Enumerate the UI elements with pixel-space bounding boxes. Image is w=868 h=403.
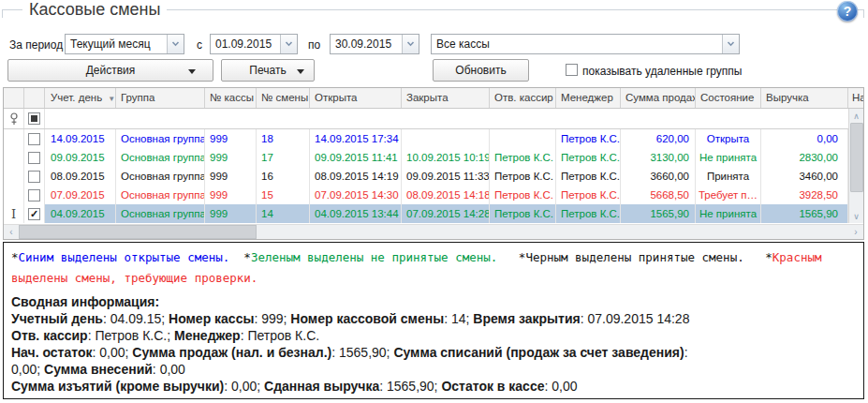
- summary-info: Сводная информация:Учетный день: 04.09.1…: [11, 293, 856, 395]
- scroll-down-icon[interactable]: ∨: [849, 209, 863, 223]
- row-indicator: [4, 186, 24, 204]
- table-header-row: Учет. день▼ Группа № кассы № смены Откры…: [4, 88, 863, 109]
- legend-line: *Синим выделены открытые смены. *Зеленым…: [11, 247, 856, 268]
- cell: Петров К.С.: [490, 186, 556, 204]
- cell: Петров К.С.: [556, 167, 621, 186]
- page-title: Кассовые смены: [22, 0, 167, 20]
- cell: Петров К.С.: [556, 148, 621, 167]
- vertical-scrollbar-thumb[interactable]: [850, 123, 863, 192]
- chevron-down-icon[interactable]: [280, 35, 297, 53]
- cell: Петров К.С.: [490, 204, 556, 223]
- table-row[interactable]: I04.09.2015Основная группа9991404.09.201…: [4, 204, 848, 223]
- actions-button[interactable]: Действия: [7, 59, 213, 82]
- cell: Основная группа: [116, 148, 205, 167]
- cell: Открыта: [696, 129, 761, 148]
- table-row[interactable]: 09.09.2015Основная группа9991709.09.2015…: [4, 148, 848, 167]
- period-label: За период: [9, 38, 63, 52]
- legend-segment: *: [229, 250, 251, 264]
- cell: 10.09.2015 10:19: [402, 148, 490, 167]
- cell: 07.09.2015: [45, 186, 116, 204]
- column-header-gruppa[interactable]: Группа: [116, 88, 205, 108]
- date-to-input[interactable]: 30.09.2015: [330, 34, 419, 54]
- vertical-scrollbar[interactable]: ∧ ∨: [848, 109, 863, 223]
- column-header-otv-kassir[interactable]: Отв. кассир: [490, 88, 556, 108]
- column-header-sostoyanie[interactable]: Состояние: [696, 88, 761, 108]
- column-header-uchet-den[interactable]: Учет. день▼: [45, 88, 116, 108]
- help-icon[interactable]: ?: [837, 1, 858, 22]
- legend-segment: Синим выделены открытые смены.: [19, 250, 230, 264]
- summary-segment: :: [684, 345, 688, 360]
- caret-down-icon: [297, 69, 304, 74]
- column-header-nach-ostatok[interactable]: Нач.: [848, 88, 863, 108]
- column-header-menedzher[interactable]: Менеджер: [556, 88, 621, 108]
- grid-rows: 14.09.2015Основная группа9991814.09.2015…: [4, 129, 863, 223]
- table-filter-row: [4, 109, 848, 129]
- row-checkbox[interactable]: [28, 189, 40, 202]
- header-checkbox-cell: [24, 88, 45, 108]
- scroll-left-icon[interactable]: ‹: [4, 227, 19, 237]
- summary-segment: : 0,00: [544, 379, 577, 394]
- filter-row-empty[interactable]: [45, 109, 848, 128]
- chevron-down-icon[interactable]: [402, 35, 419, 53]
- horizontal-scrollbar-thumb[interactable]: [19, 225, 257, 239]
- print-button[interactable]: Печать: [221, 59, 315, 82]
- legend-segment: *: [744, 250, 772, 264]
- cell: Петров К.С.: [490, 148, 556, 167]
- table-row[interactable]: 07.09.2015Основная группа9991507.09.2015…: [4, 186, 848, 204]
- column-header-summa-prodazh[interactable]: Сумма продаж: [621, 88, 696, 108]
- column-header-no-smeny[interactable]: № смены: [257, 88, 310, 108]
- legend-segment: Черным выделены принятые смены.: [525, 250, 743, 264]
- chevron-down-icon[interactable]: [167, 35, 184, 53]
- date-to-value: 30.09.2015: [331, 35, 402, 53]
- show-deleted-checkbox[interactable]: [566, 64, 578, 76]
- horizontal-scrollbar[interactable]: ‹ ›: [4, 224, 863, 239]
- date-from-input[interactable]: 01.09.2015: [210, 34, 298, 54]
- column-header-vyruchka[interactable]: Выручка: [761, 88, 848, 108]
- cell: Петров К.С.: [556, 186, 621, 204]
- row-indicator: I: [4, 204, 24, 223]
- cell: 999: [205, 167, 257, 186]
- summary-segment: Номер кассовой смены: [290, 311, 444, 326]
- summary-segment: : Петров К.С.;: [88, 328, 174, 343]
- cell: 1565,90: [761, 204, 848, 223]
- summary-line: Сводная информация:: [11, 293, 856, 310]
- summary-line: Учетный день: 04.09.15; Номер кассы: 999…: [11, 310, 856, 327]
- summary-segment: Сводная информация:: [11, 294, 159, 309]
- cell: Петров К.С.: [556, 204, 621, 223]
- summary-segment: Сумма изъятий (кроме выручки): [11, 379, 224, 394]
- cell: 3928,50: [761, 186, 848, 204]
- summary-segment: : 0,00;: [224, 379, 264, 394]
- shifts-table: Учет. день▼ Группа № кассы № смены Откры…: [3, 87, 864, 240]
- summary-line: Отв. кассир: Петров К.С.; Менеджер: Петр…: [11, 327, 856, 344]
- table-row[interactable]: 14.09.2015Основная группа9991814.09.2015…: [4, 129, 848, 148]
- cell: 2830,00: [761, 148, 848, 167]
- cell: Не принята: [696, 204, 761, 223]
- sort-desc-icon: ▼: [108, 95, 115, 103]
- period-select-value: Текущий месяц: [66, 35, 167, 53]
- summary-segment: Сумма списаний (продаж за счет заведения…: [393, 345, 684, 360]
- cashdesk-select[interactable]: Все кассы: [431, 34, 740, 54]
- info-box: *Синим выделены открытые смены. *Зеленым…: [3, 242, 864, 399]
- scroll-up-icon[interactable]: ∧: [849, 109, 863, 123]
- column-header-zakryta[interactable]: Закрыта: [402, 88, 490, 108]
- row-checkbox[interactable]: [28, 171, 40, 183]
- scroll-right-icon[interactable]: ›: [848, 227, 863, 237]
- column-header-otkryta[interactable]: Открыта: [310, 88, 402, 108]
- cell: 07.09.2015 14:30: [310, 186, 402, 204]
- summary-line: Нач. остаток: 0,00; Сумма продаж (нал. и…: [11, 344, 856, 361]
- summary-segment: 0,00;: [11, 362, 44, 377]
- table-row[interactable]: 08.09.2015Основная группа9991608.09.2015…: [4, 167, 848, 186]
- cell: 09.09.2015 11:41: [310, 148, 402, 167]
- period-select[interactable]: Текущий месяц: [65, 34, 184, 54]
- refresh-button[interactable]: Обновить: [433, 59, 529, 82]
- column-header-no-kassy[interactable]: № кассы: [205, 88, 257, 108]
- chevron-down-icon[interactable]: [722, 35, 739, 53]
- row-checkbox[interactable]: [28, 152, 40, 164]
- cell: 3460,00: [761, 167, 848, 186]
- row-checkbox[interactable]: [28, 208, 40, 220]
- cell: [402, 129, 490, 148]
- cell: 08.09.2015 14:19: [310, 167, 402, 186]
- cell: 16: [257, 167, 310, 186]
- row-checkbox[interactable]: [28, 133, 40, 145]
- select-all-checkbox[interactable]: [28, 112, 40, 125]
